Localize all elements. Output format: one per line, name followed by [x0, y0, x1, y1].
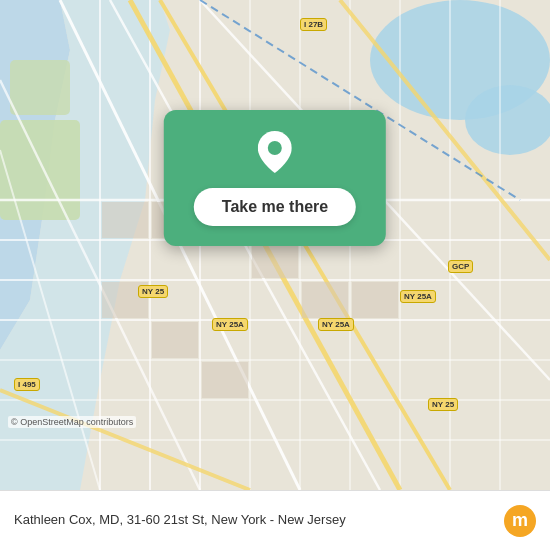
take-me-there-button[interactable]: Take me there	[194, 188, 356, 226]
address-text: Kathleen Cox, MD, 31-60 21st St, New Yor…	[14, 512, 504, 529]
svg-rect-31	[102, 202, 148, 238]
app-container: I 27B NY 25 NY 25A NY 25A NY 25A NY 25 I…	[0, 0, 550, 550]
road-label-gcp: GCP	[448, 260, 473, 273]
svg-rect-39	[202, 362, 248, 398]
road-label-ny25-2: NY 25	[428, 398, 458, 411]
map-area: I 27B NY 25 NY 25A NY 25A NY 25A NY 25 I…	[0, 0, 550, 490]
road-label-i27b: I 27B	[300, 18, 327, 31]
road-label-ny25-1: NY 25	[138, 285, 168, 298]
road-label-ny25a-2: NY 25A	[318, 318, 354, 331]
map-pin-icon	[257, 130, 293, 174]
svg-rect-4	[10, 60, 70, 115]
moovit-logo: m	[504, 505, 536, 537]
svg-rect-34	[252, 242, 298, 278]
svg-rect-35	[302, 282, 348, 318]
svg-point-40	[268, 141, 282, 155]
road-label-ny25a-1: NY 25A	[212, 318, 248, 331]
svg-rect-3	[0, 120, 80, 220]
svg-rect-38	[152, 322, 198, 358]
road-label-ny25a-3: NY 25A	[400, 290, 436, 303]
moovit-icon: m	[504, 505, 536, 537]
svg-rect-36	[352, 282, 398, 318]
moovit-letter: m	[512, 510, 528, 531]
road-label-i495: I 495	[14, 378, 40, 391]
button-card: Take me there	[164, 110, 386, 246]
info-bar: Kathleen Cox, MD, 31-60 21st St, New Yor…	[0, 490, 550, 550]
osm-attribution: © OpenStreetMap contributors	[8, 416, 136, 428]
